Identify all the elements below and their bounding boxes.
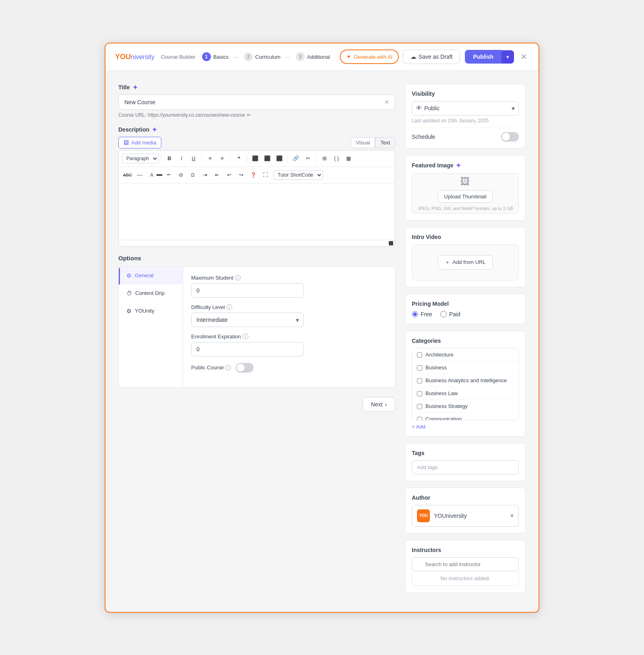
pricing-free-option[interactable]: Free bbox=[412, 311, 432, 317]
add-from-url-button[interactable]: ＋ Add from URL bbox=[438, 255, 492, 270]
text-tab[interactable]: Text bbox=[375, 137, 395, 148]
hr-button[interactable]: ⊞ bbox=[319, 153, 330, 164]
category-architecture-checkbox[interactable] bbox=[417, 352, 422, 358]
enrollment-input[interactable] bbox=[191, 342, 304, 356]
div5 bbox=[287, 154, 288, 163]
hr-line-button[interactable]: — bbox=[134, 169, 145, 181]
close-button[interactable]: ✕ bbox=[519, 50, 529, 63]
category-business-analytics-label: Business Analytics and Intelligence bbox=[425, 377, 507, 383]
ordered-list-button[interactable]: ≡ bbox=[217, 153, 228, 164]
editor-box: Paragraph Heading 1 Heading 2 B I U ≡ ≡ … bbox=[118, 150, 395, 247]
instructor-search-wrap: 🔍 bbox=[412, 557, 519, 571]
public-course-toggle[interactable] bbox=[236, 363, 254, 373]
category-business-strategy-checkbox[interactable] bbox=[417, 404, 422, 409]
pricing-paid-option[interactable]: Paid bbox=[440, 311, 460, 317]
table-button[interactable]: ▦ bbox=[343, 153, 354, 164]
visibility-select-wrapper: 👁 Public Private Password Protected ▾ bbox=[412, 101, 519, 115]
next-button[interactable]: Next › bbox=[363, 397, 395, 412]
sidebar-item-content-drip[interactable]: ⏱ Content Drip bbox=[119, 284, 183, 302]
pricing-free-radio[interactable] bbox=[412, 311, 418, 317]
visibility-select[interactable]: Public Private Password Protected bbox=[412, 101, 519, 115]
course-url-link[interactable]: https://youniversity.co.za/courses/new-c… bbox=[148, 112, 245, 118]
add-media-button[interactable]: 🖼 Add media bbox=[118, 137, 161, 148]
upload-thumbnail-button[interactable]: Upload Thumbnail bbox=[438, 190, 492, 203]
category-communication-checkbox[interactable] bbox=[417, 417, 422, 420]
max-student-info-icon[interactable]: i bbox=[235, 275, 241, 280]
category-business-checkbox[interactable] bbox=[417, 365, 422, 371]
blockquote-button[interactable]: ❝ bbox=[233, 153, 244, 164]
generate-btn-label: Generate with AI bbox=[354, 54, 392, 60]
undo-button[interactable]: ↩ bbox=[223, 169, 235, 181]
step-1[interactable]: 1 Basics bbox=[202, 52, 229, 61]
align-center-button[interactable]: ⬛ bbox=[262, 153, 273, 164]
align-left-button[interactable]: ⬛ bbox=[250, 153, 261, 164]
description-label: Description ✦ bbox=[118, 126, 395, 134]
add-category-button[interactable]: + Add bbox=[412, 424, 425, 430]
publish-dropdown-button[interactable]: ▾ bbox=[502, 50, 514, 64]
div3 bbox=[230, 154, 231, 163]
sidebar-item-general[interactable]: ⚙ General bbox=[119, 267, 183, 284]
instructor-search-input[interactable] bbox=[412, 557, 519, 571]
edit-icon[interactable]: ✏ bbox=[247, 112, 251, 118]
fullscreen-button[interactable]: ⛶ bbox=[260, 169, 271, 181]
plus-icon: ＋ bbox=[445, 259, 450, 266]
help-button[interactable]: ❓ bbox=[248, 169, 259, 181]
publish-button[interactable]: Publish bbox=[465, 50, 502, 64]
difficulty-select[interactable]: Beginner Intermediate Advanced bbox=[191, 313, 304, 327]
category-architecture: Architecture bbox=[412, 348, 518, 361]
link-button[interactable]: 🔗 bbox=[290, 153, 301, 164]
category-business-analytics-checkbox[interactable] bbox=[417, 378, 422, 383]
unlink-button[interactable]: ✂ bbox=[302, 153, 314, 164]
editor-content[interactable] bbox=[119, 183, 395, 240]
editor-toolbar-top: 🖼 Add media Visual Text bbox=[118, 137, 395, 148]
ai-icon: ✦ bbox=[346, 53, 351, 60]
div2 bbox=[202, 154, 202, 163]
pricing-paid-radio[interactable] bbox=[440, 311, 447, 317]
redo-button[interactable]: ↪ bbox=[235, 169, 247, 181]
font-color-button[interactable]: A bbox=[146, 169, 157, 181]
sep-2: — bbox=[285, 54, 291, 60]
public-course-info-icon[interactable]: i bbox=[225, 365, 231, 371]
title-input[interactable] bbox=[124, 99, 384, 105]
categories-list: Architecture Business Business Analytics… bbox=[412, 348, 519, 420]
sidebar-item-younity[interactable]: ⚙ YOUnity bbox=[119, 302, 183, 320]
div4 bbox=[247, 154, 247, 163]
code-button[interactable]: { } bbox=[331, 153, 342, 164]
strikethrough-button[interactable]: ABC bbox=[122, 169, 133, 181]
visual-tab[interactable]: Visual bbox=[351, 137, 375, 148]
step-2[interactable]: 2 Curriculum bbox=[244, 52, 281, 61]
step-3[interactable]: 3 Additional bbox=[296, 52, 330, 61]
indent-button[interactable]: ⇥ bbox=[199, 169, 211, 181]
tags-input[interactable] bbox=[412, 460, 519, 474]
special-char-button[interactable]: Ω bbox=[187, 169, 198, 181]
underline-button[interactable]: U bbox=[188, 153, 199, 164]
generate-with-ai-button[interactable]: ✦ Generate with AI bbox=[340, 49, 399, 64]
next-chevron-icon: › bbox=[385, 401, 387, 408]
save-as-draft-button[interactable]: ☁ Save as Draft bbox=[403, 49, 460, 64]
enrollment-info-icon[interactable]: i bbox=[243, 334, 248, 339]
difficulty-info-icon[interactable]: i bbox=[227, 304, 232, 310]
div6 bbox=[316, 154, 316, 163]
title-clear-button[interactable]: ✕ bbox=[384, 99, 389, 105]
featured-image-label: Featured Image ✦ bbox=[412, 162, 519, 169]
difficulty-field: Difficulty Level i Beginner Intermediate… bbox=[191, 304, 387, 327]
schedule-toggle[interactable] bbox=[501, 132, 519, 142]
shortcode-select[interactable]: Tutor ShortCode bbox=[273, 170, 323, 180]
nav-steps: Course Builder 1 Basics — 2 Curriculum —… bbox=[161, 49, 399, 64]
highlight-button[interactable]: ✏ bbox=[163, 169, 174, 181]
bold-button[interactable]: B bbox=[164, 153, 175, 164]
clear-format-button[interactable]: ⊘ bbox=[175, 169, 186, 181]
category-business-law-checkbox[interactable] bbox=[417, 391, 422, 396]
featured-image-box[interactable]: 🖼 Upload Thumbnail JPEG, PNG, GIF, and W… bbox=[412, 173, 519, 214]
unordered-list-button[interactable]: ≡ bbox=[204, 153, 216, 164]
featured-image-magic-icon: ✦ bbox=[456, 162, 461, 169]
italic-button[interactable]: I bbox=[176, 153, 187, 164]
outdent-button[interactable]: ⇤ bbox=[211, 169, 223, 181]
pricing-section: Pricing Model Free Paid bbox=[405, 294, 526, 324]
max-student-input[interactable] bbox=[191, 283, 304, 298]
align-right-button[interactable]: ⬛ bbox=[274, 153, 285, 164]
paragraph-select[interactable]: Paragraph Heading 1 Heading 2 bbox=[122, 154, 159, 163]
tags-section: Tags bbox=[405, 443, 526, 481]
app-frame: YOUniversity Course Builder 1 Basics — 2… bbox=[105, 43, 539, 613]
author-row[interactable]: YOU YOUniversity ▾ bbox=[412, 505, 519, 527]
